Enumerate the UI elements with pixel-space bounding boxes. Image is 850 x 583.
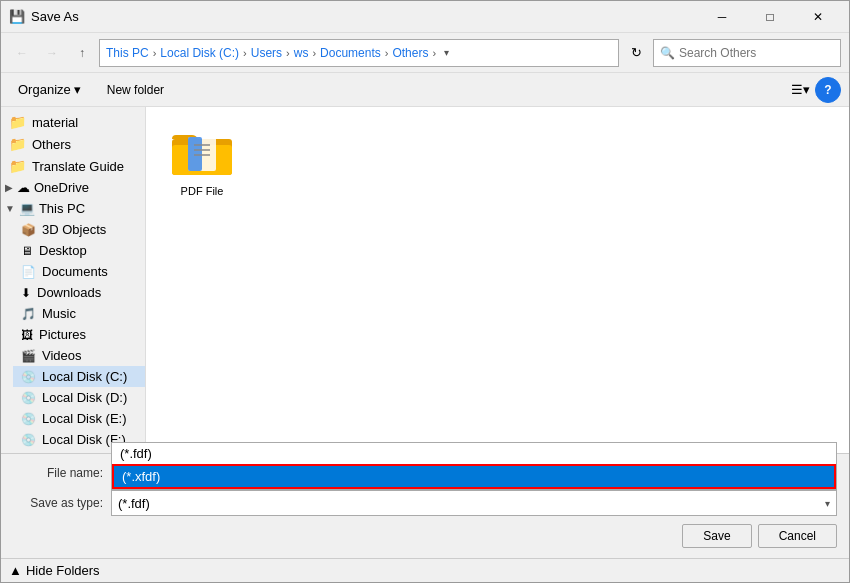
address-bar[interactable]: This PC › Local Disk (C:) › Users › ws ›… <box>99 39 619 67</box>
savetype-value: (*.fdf) <box>118 496 150 511</box>
back-button[interactable]: ← <box>9 40 35 66</box>
folder-icon: 📁 <box>9 158 26 174</box>
sidebar-item-label: Others <box>32 137 71 152</box>
forward-button[interactable]: → <box>39 40 65 66</box>
savetype-dropdown-menu: (*.fdf) (*.xfdf) <box>111 442 837 490</box>
sidebar-item-documents[interactable]: 📄 Documents <box>13 261 145 282</box>
folder-icon: 📁 <box>9 114 26 130</box>
cancel-button[interactable]: Cancel <box>758 524 837 548</box>
view-options: ☰▾ ? <box>787 77 841 103</box>
thispc-children: 📦 3D Objects 🖥 Desktop 📄 Documents ⬇ Dow… <box>1 219 145 450</box>
organize-chevron-icon: ▾ <box>74 82 81 97</box>
sidebar-item-label: Music <box>42 306 76 321</box>
new-folder-button[interactable]: New folder <box>98 79 173 101</box>
sidebar-item-label: Documents <box>42 264 108 279</box>
dropdown-option-xfdf[interactable]: (*.xfdf) <box>112 464 836 489</box>
expand-icon: ▶ <box>5 182 13 193</box>
title-bar: 💾 Save As ─ □ ✕ <box>1 1 849 33</box>
sidebar-item-label: material <box>32 115 78 130</box>
view-toggle-button[interactable]: ☰▾ <box>787 77 813 103</box>
folder-icon: 📦 <box>21 223 36 237</box>
disk-icon: 💿 <box>21 433 36 447</box>
maximize-button[interactable]: □ <box>747 4 793 30</box>
address-dropdown-icon[interactable]: ▾ <box>444 47 449 58</box>
sidebar-item-label: Desktop <box>39 243 87 258</box>
sidebar-item-downloads[interactable]: ⬇ Downloads <box>13 282 145 303</box>
address-part-thispc[interactable]: This PC <box>106 46 149 60</box>
file-item-pdffolder[interactable]: PDF File <box>162 123 242 201</box>
music-icon: 🎵 <box>21 307 36 321</box>
option-label: (*.fdf) <box>120 446 152 461</box>
sidebar-item-music[interactable]: 🎵 Music <box>13 303 145 324</box>
file-area[interactable]: PDF File <box>146 107 849 453</box>
address-part-users[interactable]: Users <box>251 46 282 60</box>
bottom-panel: File name: Save as type: (*.fdf) ▾ (*.fd… <box>1 453 849 558</box>
up-button[interactable]: ↑ <box>69 40 95 66</box>
bottom-buttons: Save Cancel <box>13 520 837 552</box>
main-content: 📁 material 📁 Others 📁 Translate Guide ▶ … <box>1 107 849 453</box>
filename-label: File name: <box>13 466 103 480</box>
refresh-button[interactable]: ↻ <box>623 40 649 66</box>
organize-label: Organize <box>18 82 71 97</box>
sidebar-item-label: Local Disk (C:) <box>42 369 127 384</box>
videos-icon: 🎬 <box>21 349 36 363</box>
onedrive-icon: ☁ <box>17 180 30 195</box>
disk-icon: 💿 <box>21 370 36 384</box>
search-box: 🔍 <box>653 39 841 67</box>
svg-rect-3 <box>188 137 202 171</box>
folder-svg <box>170 127 234 179</box>
select-arrow-icon: ▾ <box>825 498 830 509</box>
organize-button[interactable]: Organize ▾ <box>9 78 90 101</box>
folder-icon: 📁 <box>9 136 26 152</box>
sidebar-item-label: Downloads <box>37 285 101 300</box>
sidebar-item-thispc[interactable]: ▼ 💻 This PC <box>1 198 145 219</box>
pictures-icon: 🖼 <box>21 328 33 342</box>
hide-folders-label: Hide Folders <box>26 563 100 578</box>
folder-icon: ⬇ <box>21 286 31 300</box>
search-input[interactable] <box>679 46 834 60</box>
file-item-label: PDF File <box>181 185 224 197</box>
address-part-localdisk[interactable]: Local Disk (C:) <box>160 46 239 60</box>
sidebar-item-localdiskd[interactable]: 💿 Local Disk (D:) <box>13 387 145 408</box>
sidebar-item-desktop[interactable]: 🖥 Desktop <box>13 240 145 261</box>
save-button[interactable]: Save <box>682 524 751 548</box>
thispc-icon: 💻 <box>19 201 35 216</box>
minimize-button[interactable]: ─ <box>699 4 745 30</box>
hide-folders-row[interactable]: ▲ Hide Folders <box>1 558 849 582</box>
address-part-others[interactable]: Others <box>392 46 428 60</box>
sidebar-item-lokaldiske[interactable]: 💿 Local Disk (E:) <box>13 408 145 429</box>
close-button[interactable]: ✕ <box>795 4 841 30</box>
search-icon: 🔍 <box>660 46 675 60</box>
folder-icon: 🖥 <box>21 244 33 258</box>
sidebar-item-label: Local Disk (D:) <box>42 390 127 405</box>
sidebar-item-label: Pictures <box>39 327 86 342</box>
disk-icon: 💿 <box>21 412 36 426</box>
address-part-documents[interactable]: Documents <box>320 46 381 60</box>
sidebar-item-label: 3D Objects <box>42 222 106 237</box>
sidebar-item-material[interactable]: 📁 material <box>1 111 145 133</box>
disk-icon: 💿 <box>21 391 36 405</box>
sidebar-item-onedrive[interactable]: ▶ ☁ OneDrive <box>1 177 145 198</box>
sidebar: 📁 material 📁 Others 📁 Translate Guide ▶ … <box>1 107 146 453</box>
option-label: (*.xfdf) <box>122 469 160 484</box>
address-part-ws[interactable]: ws <box>294 46 309 60</box>
action-bar: Organize ▾ New folder ☰▾ ? <box>1 73 849 107</box>
dropdown-option-fdf[interactable]: (*.fdf) <box>112 443 836 464</box>
sidebar-item-label: This PC <box>39 201 85 216</box>
sidebar-item-localdiskc[interactable]: 💿 Local Disk (C:) <box>13 366 145 387</box>
savetype-row: Save as type: (*.fdf) ▾ (*.fdf) (*.xfdf) <box>13 490 837 516</box>
help-button[interactable]: ? <box>815 77 841 103</box>
folder-icon: 📄 <box>21 265 36 279</box>
sidebar-item-3dobjects[interactable]: 📦 3D Objects <box>13 219 145 240</box>
navigation-toolbar: ← → ↑ This PC › Local Disk (C:) › Users … <box>1 33 849 73</box>
sidebar-item-label: OneDrive <box>34 180 89 195</box>
sidebar-item-pictures[interactable]: 🖼 Pictures <box>13 324 145 345</box>
sidebar-item-videos[interactable]: 🎬 Videos <box>13 345 145 366</box>
savetype-select[interactable]: (*.fdf) ▾ <box>111 490 837 516</box>
title-buttons: ─ □ ✕ <box>699 4 841 30</box>
folder-icon-wrapper <box>170 127 234 183</box>
expand-icon: ▼ <box>5 203 15 214</box>
dialog-icon: 💾 <box>9 9 25 24</box>
sidebar-item-others[interactable]: 📁 Others <box>1 133 145 155</box>
sidebar-item-translateguide[interactable]: 📁 Translate Guide <box>1 155 145 177</box>
